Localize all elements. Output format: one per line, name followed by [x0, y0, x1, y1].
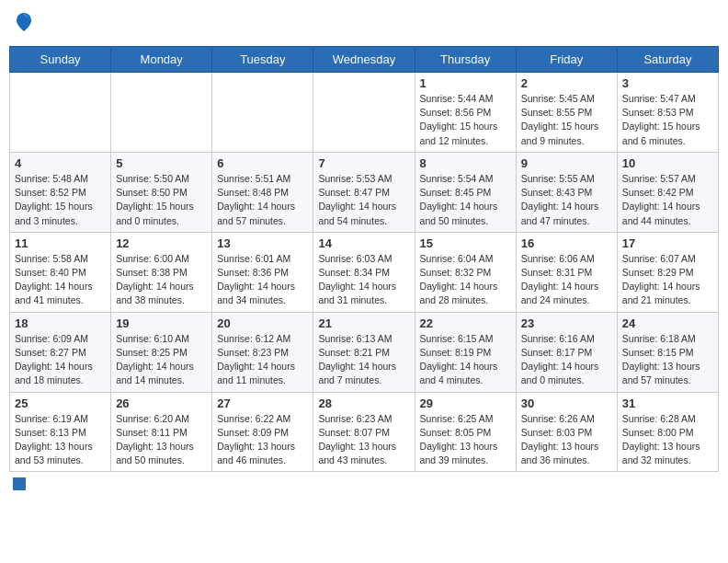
- day-info: Sunrise: 6:12 AM Sunset: 8:23 PM Dayligh…: [217, 332, 308, 388]
- day-info: Sunrise: 6:04 AM Sunset: 8:32 PM Dayligh…: [420, 252, 511, 308]
- day-number: 21: [318, 316, 409, 330]
- calendar-cell: 21Sunrise: 6:13 AM Sunset: 8:21 PM Dayli…: [313, 312, 415, 392]
- day-number: 13: [217, 236, 308, 250]
- calendar-cell: 3Sunrise: 5:47 AM Sunset: 8:53 PM Daylig…: [617, 73, 718, 153]
- calendar-cell: 16Sunrise: 6:06 AM Sunset: 8:31 PM Dayli…: [516, 232, 617, 312]
- day-info: Sunrise: 5:55 AM Sunset: 8:43 PM Dayligh…: [521, 172, 612, 228]
- day-info: Sunrise: 6:22 AM Sunset: 8:09 PM Dayligh…: [217, 412, 308, 468]
- calendar-week-row: 18Sunrise: 6:09 AM Sunset: 8:27 PM Dayli…: [10, 312, 719, 392]
- calendar-cell: 7Sunrise: 5:53 AM Sunset: 8:47 PM Daylig…: [313, 152, 415, 232]
- day-info: Sunrise: 5:58 AM Sunset: 8:40 PM Dayligh…: [15, 252, 106, 308]
- calendar-cell: 18Sunrise: 6:09 AM Sunset: 8:27 PM Dayli…: [10, 312, 111, 392]
- calendar-week-row: 11Sunrise: 5:58 AM Sunset: 8:40 PM Dayli…: [10, 232, 719, 312]
- logo-icon: [15, 11, 33, 33]
- day-info: Sunrise: 5:48 AM Sunset: 8:52 PM Dayligh…: [15, 172, 106, 228]
- calendar-cell: 24Sunrise: 6:18 AM Sunset: 8:15 PM Dayli…: [617, 312, 718, 392]
- calendar-cell: 9Sunrise: 5:55 AM Sunset: 8:43 PM Daylig…: [516, 152, 617, 232]
- calendar-week-row: 25Sunrise: 6:19 AM Sunset: 8:13 PM Dayli…: [10, 392, 719, 472]
- day-number: 20: [217, 316, 308, 330]
- day-info: Sunrise: 5:45 AM Sunset: 8:55 PM Dayligh…: [521, 92, 612, 148]
- day-info: Sunrise: 6:01 AM Sunset: 8:36 PM Dayligh…: [217, 252, 308, 308]
- day-info: Sunrise: 6:03 AM Sunset: 8:34 PM Dayligh…: [318, 252, 409, 308]
- day-number: 9: [521, 156, 612, 170]
- day-number: 28: [318, 396, 409, 410]
- calendar-day-header: Friday: [516, 47, 617, 73]
- calendar-cell: 13Sunrise: 6:01 AM Sunset: 8:36 PM Dayli…: [212, 232, 313, 312]
- calendar-cell: 8Sunrise: 5:54 AM Sunset: 8:45 PM Daylig…: [415, 152, 516, 232]
- calendar-day-header: Saturday: [617, 47, 718, 73]
- day-number: 11: [15, 236, 106, 250]
- day-number: 25: [15, 396, 106, 410]
- day-number: 15: [420, 236, 511, 250]
- day-number: 30: [521, 396, 612, 410]
- day-info: Sunrise: 6:06 AM Sunset: 8:31 PM Dayligh…: [521, 252, 612, 308]
- day-number: 18: [15, 316, 106, 330]
- day-number: 2: [521, 76, 612, 90]
- calendar-cell: 20Sunrise: 6:12 AM Sunset: 8:23 PM Dayli…: [212, 312, 313, 392]
- day-number: 24: [622, 316, 713, 330]
- day-number: 8: [420, 156, 511, 170]
- day-number: 17: [622, 236, 713, 250]
- logo: [15, 13, 37, 35]
- calendar-cell: 27Sunrise: 6:22 AM Sunset: 8:09 PM Dayli…: [212, 392, 313, 472]
- calendar-cell: 4Sunrise: 5:48 AM Sunset: 8:52 PM Daylig…: [10, 152, 111, 232]
- day-number: 22: [420, 316, 511, 330]
- day-info: Sunrise: 5:44 AM Sunset: 8:56 PM Dayligh…: [420, 92, 511, 148]
- day-info: Sunrise: 6:09 AM Sunset: 8:27 PM Dayligh…: [15, 332, 106, 388]
- day-info: Sunrise: 6:15 AM Sunset: 8:19 PM Dayligh…: [420, 332, 511, 388]
- calendar-day-header: Monday: [111, 47, 212, 73]
- day-info: Sunrise: 6:26 AM Sunset: 8:03 PM Dayligh…: [521, 412, 612, 468]
- calendar-cell: 29Sunrise: 6:25 AM Sunset: 8:05 PM Dayli…: [415, 392, 516, 472]
- calendar-header-row: SundayMondayTuesdayWednesdayThursdayFrid…: [10, 47, 719, 73]
- day-number: 7: [318, 156, 409, 170]
- calendar-day-header: Tuesday: [212, 47, 313, 73]
- calendar-cell: 23Sunrise: 6:16 AM Sunset: 8:17 PM Dayli…: [516, 312, 617, 392]
- calendar-footer: [9, 477, 719, 490]
- calendar-cell: [10, 73, 111, 153]
- calendar-cell: [111, 73, 212, 153]
- calendar-cell: 15Sunrise: 6:04 AM Sunset: 8:32 PM Dayli…: [415, 232, 516, 312]
- day-info: Sunrise: 5:53 AM Sunset: 8:47 PM Dayligh…: [318, 172, 409, 228]
- day-number: 19: [116, 316, 207, 330]
- calendar-cell: 12Sunrise: 6:00 AM Sunset: 8:38 PM Dayli…: [111, 232, 212, 312]
- day-number: 5: [116, 156, 207, 170]
- calendar-cell: [313, 73, 415, 153]
- day-number: 3: [622, 76, 713, 90]
- day-number: 27: [217, 396, 308, 410]
- day-info: Sunrise: 6:23 AM Sunset: 8:07 PM Dayligh…: [318, 412, 409, 468]
- day-info: Sunrise: 5:50 AM Sunset: 8:50 PM Dayligh…: [116, 172, 207, 228]
- calendar-day-header: Sunday: [10, 47, 111, 73]
- legend-color-box: [13, 477, 26, 490]
- calendar-cell: 28Sunrise: 6:23 AM Sunset: 8:07 PM Dayli…: [313, 392, 415, 472]
- day-info: Sunrise: 5:51 AM Sunset: 8:48 PM Dayligh…: [217, 172, 308, 228]
- calendar-cell: 14Sunrise: 6:03 AM Sunset: 8:34 PM Dayli…: [313, 232, 415, 312]
- day-number: 6: [217, 156, 308, 170]
- day-number: 4: [15, 156, 106, 170]
- calendar-week-row: 1Sunrise: 5:44 AM Sunset: 8:56 PM Daylig…: [10, 73, 719, 153]
- calendar-day-header: Thursday: [415, 47, 516, 73]
- day-info: Sunrise: 6:00 AM Sunset: 8:38 PM Dayligh…: [116, 252, 207, 308]
- day-info: Sunrise: 6:10 AM Sunset: 8:25 PM Dayligh…: [116, 332, 207, 388]
- day-number: 1: [420, 76, 511, 90]
- day-info: Sunrise: 6:13 AM Sunset: 8:21 PM Dayligh…: [318, 332, 409, 388]
- day-info: Sunrise: 6:18 AM Sunset: 8:15 PM Dayligh…: [622, 332, 713, 388]
- calendar-cell: 1Sunrise: 5:44 AM Sunset: 8:56 PM Daylig…: [415, 73, 516, 153]
- calendar-day-header: Wednesday: [313, 47, 415, 73]
- day-info: Sunrise: 6:28 AM Sunset: 8:00 PM Dayligh…: [622, 412, 713, 468]
- day-info: Sunrise: 6:16 AM Sunset: 8:17 PM Dayligh…: [521, 332, 612, 388]
- day-info: Sunrise: 6:07 AM Sunset: 8:29 PM Dayligh…: [622, 252, 713, 308]
- calendar-cell: 26Sunrise: 6:20 AM Sunset: 8:11 PM Dayli…: [111, 392, 212, 472]
- calendar-cell: 19Sunrise: 6:10 AM Sunset: 8:25 PM Dayli…: [111, 312, 212, 392]
- calendar-week-row: 4Sunrise: 5:48 AM Sunset: 8:52 PM Daylig…: [10, 152, 719, 232]
- day-info: Sunrise: 6:20 AM Sunset: 8:11 PM Dayligh…: [116, 412, 207, 468]
- day-number: 14: [318, 236, 409, 250]
- day-number: 12: [116, 236, 207, 250]
- calendar-cell: 5Sunrise: 5:50 AM Sunset: 8:50 PM Daylig…: [111, 152, 212, 232]
- calendar-cell: [212, 73, 313, 153]
- day-number: 26: [116, 396, 207, 410]
- calendar-cell: 31Sunrise: 6:28 AM Sunset: 8:00 PM Dayli…: [617, 392, 718, 472]
- day-info: Sunrise: 5:54 AM Sunset: 8:45 PM Dayligh…: [420, 172, 511, 228]
- day-number: 29: [420, 396, 511, 410]
- day-info: Sunrise: 6:19 AM Sunset: 8:13 PM Dayligh…: [15, 412, 106, 468]
- calendar-cell: 25Sunrise: 6:19 AM Sunset: 8:13 PM Dayli…: [10, 392, 111, 472]
